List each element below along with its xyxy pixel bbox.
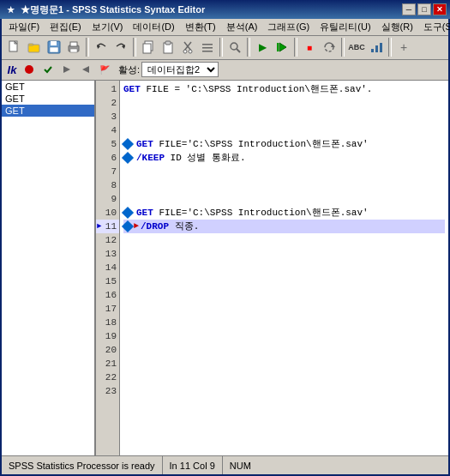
line-num-7: 7 <box>96 165 119 178</box>
code-line-8 <box>123 178 445 192</box>
toolbar: ▶ ■ ABC + <box>2 36 448 60</box>
code-line-15 <box>123 274 445 288</box>
menu-graph[interactable]: 그래프(G) <box>262 19 315 35</box>
code-line-21 <box>123 357 445 371</box>
find-button[interactable] <box>225 38 244 57</box>
status-bar: SPSS Statistics Processor is ready In 11… <box>2 455 448 474</box>
run-selection-button[interactable] <box>273 38 291 57</box>
code-editor[interactable]: GET FILE = 'C:\SPSS Introduction\핸드폰.sav… <box>120 81 448 455</box>
dataset-dropdown[interactable]: 데이터집합2 데이터집합1 데이터집합3 <box>141 62 219 77</box>
code-line-17 <box>123 302 445 316</box>
flag-btn[interactable]: 🚩 <box>96 62 113 77</box>
open-button[interactable] <box>25 38 44 57</box>
cmd-item-3[interactable]: GET <box>2 105 94 117</box>
separator-7 <box>388 38 392 57</box>
spell-button[interactable]: ABC <box>347 38 366 57</box>
svg-marker-25 <box>279 43 286 51</box>
separator-5 <box>294 38 297 57</box>
cmd-item-2[interactable]: GET <box>2 93 94 105</box>
svg-rect-8 <box>70 42 77 46</box>
line-num-16: 16 <box>96 288 119 302</box>
line-num-18: 18 <box>96 316 119 329</box>
code-line-4 <box>123 124 445 137</box>
check-btn[interactable] <box>39 62 57 77</box>
line-num-19: 19 <box>96 329 119 343</box>
code-line-6: /KEEP ID 성별 통화료. <box>123 151 445 165</box>
more-button[interactable]: + <box>394 38 413 57</box>
code-line-1: GET FILE = 'C:\SPSS Introduction\핸드폰.sav… <box>123 82 445 96</box>
new-button[interactable] <box>5 38 24 57</box>
menu-run[interactable]: 실행(R) <box>376 19 418 35</box>
line-num-6: 6 <box>96 151 119 165</box>
code-line-18 <box>123 316 445 329</box>
menu-file[interactable]: 파일(F) <box>3 19 45 35</box>
line-num-2: 2 <box>96 96 119 110</box>
editor-area: 1 2 3 4 5 6 7 8 9 10 ►11 12 13 14 15 16 … <box>96 81 448 455</box>
paste-button[interactable] <box>159 38 177 57</box>
svg-marker-33 <box>82 66 89 73</box>
undo-button[interactable] <box>92 38 111 57</box>
code-line-10: GET FILE='C:\SPSS Introduction\핸드폰.sav' <box>123 206 445 220</box>
line-num-22: 22 <box>96 371 119 384</box>
svg-point-31 <box>25 65 33 74</box>
svg-rect-13 <box>143 44 151 53</box>
close-button[interactable]: ✕ <box>433 3 447 15</box>
svg-rect-5 <box>51 41 57 45</box>
line-num-12: 12 <box>96 233 119 247</box>
command-list: GET GET GET <box>2 81 96 455</box>
line-num-20: 20 <box>96 343 119 357</box>
cmd-item-1[interactable]: GET <box>2 81 94 93</box>
maximize-button[interactable]: □ <box>417 3 431 15</box>
status-processor: SPSS Statistics Processor is ready <box>2 456 163 474</box>
svg-point-23 <box>231 43 237 50</box>
separator-1 <box>86 38 89 57</box>
record-btn[interactable] <box>21 62 38 77</box>
svg-point-19 <box>189 50 192 53</box>
svg-marker-32 <box>63 66 70 73</box>
line-num-5: 5 <box>96 137 119 151</box>
svg-rect-22 <box>202 51 213 52</box>
menu-edit[interactable]: 편집(E) <box>45 19 87 35</box>
svg-rect-6 <box>50 47 58 52</box>
menu-transform[interactable]: 변환(T) <box>180 19 221 35</box>
menu-view[interactable]: 보기(V) <box>87 19 129 35</box>
line-num-4: 4 <box>96 124 119 137</box>
cursor-icon: Ik <box>5 63 19 76</box>
refresh-button[interactable] <box>320 38 339 57</box>
print-button[interactable] <box>64 38 83 57</box>
copy-button[interactable] <box>139 38 158 57</box>
separator-2 <box>133 38 136 57</box>
code-line-5: GET FILE='C:\SPSS Introduction\핸드폰.sav' <box>123 137 445 151</box>
code-line-14 <box>123 261 445 274</box>
menu-data[interactable]: 데이터(D) <box>128 19 179 35</box>
toolbar2: Ik 🚩 활성: 데이터집합2 데이터집합1 데이터집합3 <box>2 60 448 81</box>
code-line-11: ►/DROP 직종. <box>123 220 445 233</box>
back-btn[interactable] <box>77 62 94 77</box>
stop-button[interactable]: ■ <box>300 38 319 57</box>
svg-rect-29 <box>375 45 378 52</box>
minimize-button[interactable]: ─ <box>402 3 416 15</box>
active-label: 활성: <box>118 63 140 76</box>
run-all-button[interactable]: ▶ <box>253 38 272 57</box>
code-line-3 <box>123 110 445 124</box>
line-num-23: 23 <box>96 384 119 398</box>
save-button[interactable] <box>45 38 63 57</box>
svg-rect-28 <box>371 49 374 52</box>
cut-button[interactable] <box>178 38 197 57</box>
menu-analyze[interactable]: 분석(A) <box>221 19 263 35</box>
title-bar: ★ ★명령문1 - SPSS Statistics Syntax Editor … <box>0 0 450 19</box>
svg-rect-26 <box>277 43 279 51</box>
menu-tools[interactable]: 도구(S) <box>418 19 450 35</box>
svg-rect-9 <box>70 49 77 52</box>
svg-rect-3 <box>28 44 33 45</box>
forward-btn[interactable] <box>58 62 75 77</box>
line-num-9: 9 <box>96 192 119 206</box>
window-controls: ─ □ ✕ <box>402 3 447 15</box>
indent-button[interactable] <box>198 38 217 57</box>
menu-util[interactable]: 유틸리티(U) <box>315 19 375 35</box>
chart-button[interactable] <box>367 38 386 57</box>
code-line-22 <box>123 371 445 384</box>
separator-3 <box>219 38 223 57</box>
separator-4 <box>247 38 250 57</box>
redo-button[interactable] <box>111 38 130 57</box>
